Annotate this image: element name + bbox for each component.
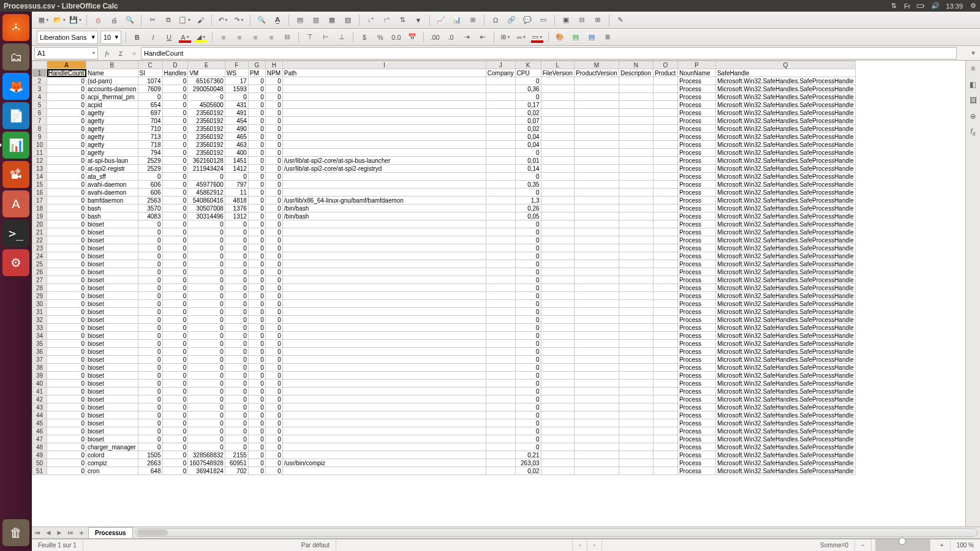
cell[interactable]: 0 <box>248 356 265 364</box>
cell[interactable] <box>653 380 677 388</box>
cell[interactable]: Process <box>677 364 715 372</box>
cell[interactable] <box>282 388 486 395</box>
cell[interactable] <box>619 403 653 411</box>
row-header[interactable]: 23 <box>32 244 47 252</box>
cell[interactable] <box>653 284 677 292</box>
cell[interactable] <box>282 125 486 133</box>
cell[interactable]: 0 <box>265 197 282 204</box>
cell[interactable] <box>575 252 619 260</box>
cell[interactable] <box>541 93 574 101</box>
cell[interactable] <box>486 467 515 475</box>
cell[interactable]: Process <box>677 212 715 220</box>
cell[interactable] <box>653 212 677 220</box>
cell[interactable]: bioset <box>86 316 138 324</box>
cell[interactable] <box>619 149 653 157</box>
cell[interactable]: ProductVersion <box>575 69 619 77</box>
cell[interactable]: Microsoft.Win32.SafeHandles.SafeProcessH… <box>715 467 855 475</box>
cell[interactable]: 0 <box>47 117 86 125</box>
cell[interactable] <box>575 395 619 403</box>
cell[interactable] <box>575 149 619 157</box>
cell[interactable]: Microsoft.Win32.SafeHandles.SafeProcessH… <box>715 308 855 316</box>
cell[interactable] <box>619 292 653 300</box>
cell[interactable] <box>653 260 677 268</box>
cell[interactable]: Microsoft.Win32.SafeHandles.SafeProcessH… <box>715 77 855 85</box>
row-header[interactable]: 35 <box>32 340 47 348</box>
pivot-button[interactable]: ⊞ <box>466 13 480 27</box>
cell[interactable] <box>575 236 619 244</box>
cell[interactable]: 0 <box>188 332 225 340</box>
cell[interactable] <box>575 356 619 364</box>
headers-button[interactable]: ▭ <box>537 13 550 27</box>
font-size-select[interactable]: 10▾ <box>100 31 121 44</box>
cell[interactable]: bioset <box>86 244 138 252</box>
row-header[interactable]: 44 <box>32 411 47 419</box>
cell[interactable] <box>619 173 653 181</box>
cell[interactable] <box>653 133 677 141</box>
cell[interactable] <box>653 165 677 173</box>
cell[interactable]: 0 <box>47 244 86 252</box>
cell[interactable]: 1312 <box>225 212 248 220</box>
status-style[interactable]: Par défaut <box>295 539 336 551</box>
cell[interactable] <box>575 165 619 173</box>
row-header[interactable]: 15 <box>32 181 47 189</box>
cell[interactable]: 0 <box>47 443 86 451</box>
cell[interactable]: 0 <box>138 284 162 292</box>
align-justify-button[interactable]: ≡ <box>265 31 278 44</box>
styles-button[interactable]: ≣ <box>601 31 614 44</box>
pdf-export-button[interactable]: ⎙ <box>91 13 105 27</box>
cell[interactable]: 0 <box>248 189 265 197</box>
cell[interactable]: 0 <box>47 380 86 388</box>
cell[interactable]: 0 <box>225 324 248 332</box>
launcher-terminal[interactable]: >_ <box>2 220 29 247</box>
autofilter-button[interactable]: ▼ <box>412 13 425 27</box>
cell[interactable] <box>282 340 486 348</box>
cell[interactable] <box>541 101 574 109</box>
sheet-tab-processus[interactable]: Processus <box>88 527 133 538</box>
cell[interactable] <box>541 197 574 204</box>
cell[interactable]: Microsoft.Win32.SafeHandles.SafeProcessH… <box>715 101 855 109</box>
cell[interactable]: 0 <box>138 364 162 372</box>
borders-button[interactable]: ⊞ <box>499 31 512 44</box>
cell[interactable] <box>653 340 677 348</box>
cell[interactable]: 1505 <box>138 451 162 459</box>
sidebar-properties-button[interactable]: ≡ <box>968 63 979 74</box>
cell[interactable]: Name <box>86 69 138 77</box>
cell[interactable] <box>575 403 619 411</box>
zoom-level[interactable]: 100 % <box>951 539 980 551</box>
cell[interactable]: Process <box>677 427 715 435</box>
row-button[interactable]: ▤ <box>293 13 307 27</box>
cell[interactable] <box>541 388 574 395</box>
column-header-M[interactable]: M <box>575 61 619 69</box>
row-header[interactable]: 21 <box>32 228 47 236</box>
tab-first-button[interactable]: ⏮ <box>32 527 43 538</box>
cell[interactable] <box>282 181 486 189</box>
zoom-slider[interactable] <box>875 539 930 551</box>
cell[interactable] <box>575 435 619 443</box>
border-style-button[interactable]: ═ <box>514 31 528 44</box>
cell[interactable]: 0 <box>162 133 188 141</box>
cell[interactable]: Microsoft.Win32.SafeHandles.SafeProcessH… <box>715 364 855 372</box>
cell[interactable]: Microsoft.Win32.SafeHandles.SafeProcessH… <box>715 181 855 189</box>
cell[interactable]: Process <box>677 332 715 340</box>
cell[interactable]: 0 <box>162 459 188 467</box>
cell[interactable] <box>653 173 677 181</box>
row-header[interactable]: 31 <box>32 308 47 316</box>
cell[interactable]: 0 <box>47 427 86 435</box>
cell[interactable]: 0 <box>188 93 225 101</box>
cell[interactable]: 0 <box>188 340 225 348</box>
cell[interactable] <box>486 77 515 85</box>
cell[interactable]: 0,07 <box>515 117 541 125</box>
cell[interactable]: 0 <box>265 308 282 316</box>
cell[interactable] <box>486 443 515 451</box>
cell[interactable] <box>282 173 486 181</box>
cell[interactable] <box>575 212 619 220</box>
cell[interactable]: 0 <box>248 380 265 388</box>
align-center-button[interactable]: ≡ <box>233 31 246 44</box>
cell[interactable]: 0,02 <box>515 125 541 133</box>
column-header-F[interactable]: F <box>225 61 248 69</box>
cell[interactable] <box>486 451 515 459</box>
cell[interactable] <box>653 372 677 380</box>
column-header-C[interactable]: C <box>138 61 162 69</box>
cell[interactable]: 0 <box>248 141 265 149</box>
cell[interactable]: bioset <box>86 236 138 244</box>
